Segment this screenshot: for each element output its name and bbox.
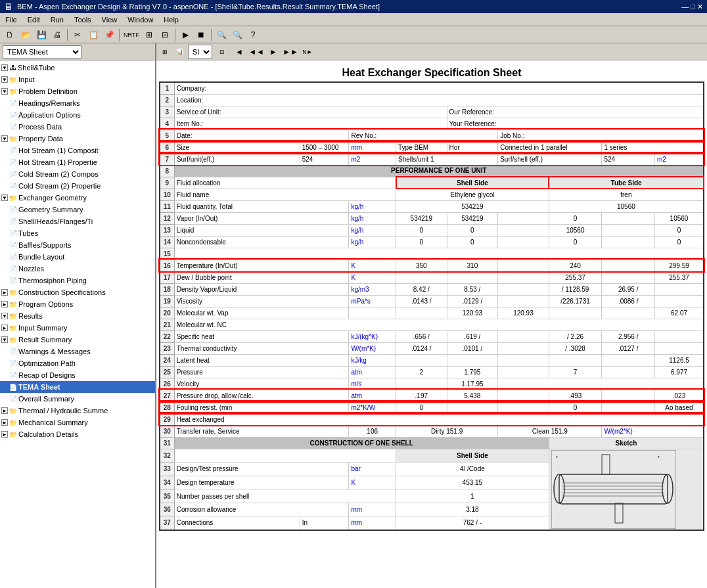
help-btn[interactable]: ? bbox=[246, 28, 260, 42]
menu-window[interactable]: Window bbox=[122, 14, 158, 25]
tree-input-summary-label: Input Summary bbox=[18, 324, 68, 332]
pdrop-unit: atm bbox=[349, 390, 396, 401]
tree-thermo-label: Thermosiphon Piping bbox=[18, 277, 87, 284]
tree-shell-heads[interactable]: 📄 Shell/Heads/Flanges/Ti bbox=[0, 215, 155, 227]
tree-app-options[interactable]: 📄 Application Options bbox=[0, 109, 155, 121]
tree-process-data[interactable]: 📄 Process Data bbox=[0, 121, 155, 133]
shell-side-hdr2: Shell Side bbox=[396, 449, 549, 463]
unit-system-dropdown[interactable]: SI bbox=[188, 45, 212, 59]
your-ref-cell: Your Reference: bbox=[447, 118, 704, 129]
tree-calc-details[interactable]: ► 📁 Calculation Details bbox=[0, 428, 155, 440]
tree-thermosiphon[interactable]: 📄 Thermosiphon Piping bbox=[0, 275, 155, 286]
tree-geometry-summary[interactable]: 📄 Geometry Summary bbox=[0, 204, 155, 215]
menu-tools[interactable]: Tools bbox=[69, 14, 97, 25]
tree-problem-def[interactable]: ▼ 📁 Problem Definition bbox=[0, 85, 155, 97]
expand-calc[interactable]: ► bbox=[1, 431, 8, 438]
copy-btn[interactable]: 📋 bbox=[86, 28, 101, 42]
nav-back[interactable]: ◄ bbox=[232, 45, 246, 59]
menu-run[interactable]: Run bbox=[45, 14, 69, 25]
nav-back2[interactable]: ◄◄ bbox=[249, 45, 263, 59]
paste-btn[interactable]: 📌 bbox=[102, 28, 116, 42]
t-temp-in: 240 bbox=[549, 260, 602, 271]
tree-results[interactable]: ▼ 📁 Results bbox=[0, 310, 155, 322]
tree-baffles[interactable]: 📄 Baffles/Supports bbox=[0, 239, 155, 251]
btn5[interactable]: ⊟ bbox=[158, 28, 172, 42]
zoom-out[interactable]: 🔍 bbox=[230, 28, 244, 42]
expand-exchanger[interactable]: ▼ bbox=[1, 194, 8, 201]
rt-btn1[interactable]: ⊞ bbox=[159, 45, 171, 59]
menu-view[interactable]: View bbox=[97, 14, 123, 25]
liquid-unit: kg/h bbox=[349, 224, 396, 236]
tree-thermal[interactable]: ► 📁 Thermal / Hydraulic Summe bbox=[0, 405, 155, 417]
tree-root-shell-tube[interactable]: ▼ 🖧 Shell&Tube bbox=[0, 62, 155, 74]
tree-program-options[interactable]: ► 📁 Program Options bbox=[0, 298, 155, 310]
tree-input[interactable]: ▼ 📁 Input bbox=[0, 74, 155, 85]
tree-nozzles[interactable]: 📄 Nozzles bbox=[0, 263, 155, 275]
print-btn[interactable]: 🖨 bbox=[50, 28, 64, 42]
velocity-label: Velocity bbox=[174, 378, 349, 390]
nav-fwd2[interactable]: ►► bbox=[283, 45, 298, 59]
expand-result-summary[interactable]: ▼ bbox=[1, 336, 8, 343]
table-row: 31 CONSTRUCTION OF ONE SHELL Sketch bbox=[160, 437, 704, 449]
t-nc-in: 0 bbox=[549, 236, 602, 248]
visc-label: Viscosity bbox=[174, 295, 349, 307]
tree-mechanical[interactable]: ► 📁 Mechanical Summary bbox=[0, 417, 155, 428]
tema-sheet-dropdown[interactable]: TEMA Sheet bbox=[3, 45, 81, 58]
expand-thermal[interactable]: ► bbox=[1, 407, 8, 414]
row-num: 10 bbox=[160, 189, 174, 200]
run-btn[interactable]: ▶ bbox=[178, 28, 193, 42]
tree-warnings[interactable]: 📄 Warnings & Messages bbox=[0, 346, 155, 357]
row-num: 36 bbox=[160, 503, 174, 516]
tree-input-summary[interactable]: ► 📁 Input Summary bbox=[0, 322, 155, 334]
tree-hot-stream-comp[interactable]: 📄 Hot Stream (1) Composit bbox=[0, 145, 155, 156]
menu-file[interactable]: File bbox=[0, 14, 22, 25]
expand-construction[interactable]: ► bbox=[1, 289, 8, 296]
tree-cold-stream-comp[interactable]: 📄 Cold Stream (2) Compos bbox=[0, 168, 155, 180]
rt-btn3[interactable]: ⊡ bbox=[215, 45, 229, 59]
nav-n[interactable]: N► bbox=[300, 45, 315, 59]
tree-construction[interactable]: ► 📁 Construction Specifications bbox=[0, 286, 155, 298]
tree-baffles-label: Baffles/Supports bbox=[18, 241, 72, 249]
s-visc-1: .0143 / bbox=[396, 295, 447, 307]
row-num: 33 bbox=[160, 463, 174, 476]
expand-input[interactable]: ▼ bbox=[1, 76, 8, 83]
zoom-in[interactable]: 🔍 bbox=[214, 28, 229, 42]
cut-btn[interactable]: ✂ bbox=[70, 28, 85, 42]
expand-root[interactable]: ▼ bbox=[1, 64, 8, 71]
expand-mechanical[interactable]: ► bbox=[1, 419, 8, 426]
open-btn[interactable]: 📂 bbox=[18, 28, 33, 42]
tree-optimization[interactable]: 📄 Optimization Path bbox=[0, 357, 155, 369]
tree-overall-summary[interactable]: 📄 Overall Summary bbox=[0, 393, 155, 405]
menu-help[interactable]: Help bbox=[158, 14, 184, 25]
row-num: 14 bbox=[160, 236, 174, 248]
stop-btn[interactable]: ⏹ bbox=[194, 28, 208, 42]
menu-edit[interactable]: Edit bbox=[22, 14, 45, 25]
expand-problem[interactable]: ▼ bbox=[1, 88, 8, 95]
expand-property[interactable]: ▼ bbox=[1, 135, 8, 142]
table-row: 19 Viscosity mPa*s .0143 / .0129 / /226.… bbox=[160, 295, 704, 307]
btn3[interactable]: NRTF bbox=[122, 28, 141, 42]
tree-bundle[interactable]: 📄 Bundle Layout bbox=[0, 251, 155, 263]
tree-headings[interactable]: 📄 Headings/Remarks bbox=[0, 97, 155, 109]
tree-cold-stream-prop[interactable]: 📄 Cold Stream (2) Propertie bbox=[0, 180, 155, 192]
btn4[interactable]: ⊞ bbox=[142, 28, 156, 42]
fluid-qty-label: Fluid quantity, Total bbox=[174, 200, 349, 212]
tree-result-summary[interactable]: ▼ 📁 Result Summary bbox=[0, 334, 155, 346]
new-btn[interactable]: 🗋 bbox=[3, 28, 17, 42]
expand-program[interactable]: ► bbox=[1, 301, 8, 307]
heat-exchg-label: Heat exchanged bbox=[174, 413, 704, 425]
tree-hot-stream-prop[interactable]: 📄 Hot Stream (1) Propertie bbox=[0, 156, 155, 168]
nav-fwd[interactable]: ► bbox=[266, 45, 281, 59]
expand-results[interactable]: ▼ bbox=[1, 313, 8, 319]
row-num: 22 bbox=[160, 330, 174, 342]
tree-recap[interactable]: 📄 Recap of Designs bbox=[0, 369, 155, 381]
save-btn[interactable]: 💾 bbox=[34, 28, 49, 42]
tree-tubes[interactable]: 📄 Tubes bbox=[0, 227, 155, 239]
expand-input-summary[interactable]: ► bbox=[1, 325, 8, 331]
item-cell: Item No.: bbox=[174, 118, 447, 129]
rt-btn2[interactable]: 📊 bbox=[173, 45, 185, 59]
tree-tema-sheet[interactable]: 📄 TEMA Sheet bbox=[0, 381, 155, 393]
tree-property-data[interactable]: ▼ 📁 Property Data bbox=[0, 133, 155, 145]
s-dew-out bbox=[447, 271, 498, 283]
tree-exchanger-geom[interactable]: ▼ 📁 Exchanger Geometry bbox=[0, 192, 155, 204]
